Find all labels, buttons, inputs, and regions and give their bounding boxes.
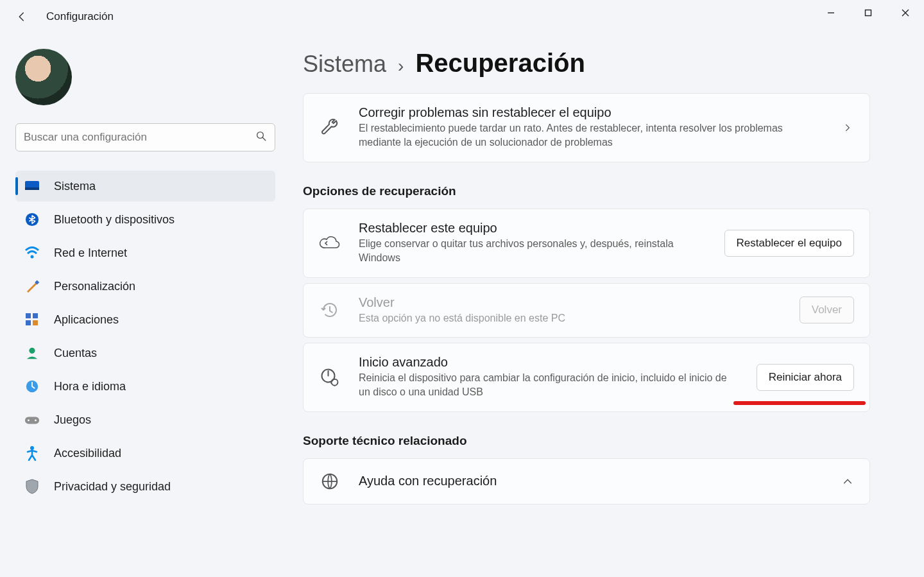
chevron-up-icon [841, 475, 854, 488]
chevron-right-icon: › [398, 56, 404, 76]
svg-point-13 [29, 348, 35, 354]
nav-label: Aplicaciones [54, 313, 119, 327]
nav-label: Bluetooth y dispositivos [54, 213, 175, 227]
reset-pc-button[interactable]: Restablecer el equipo [724, 230, 854, 257]
card-title: Restablecer este equipo [359, 221, 706, 236]
svg-line-3 [262, 137, 266, 141]
page-title: Recuperación [415, 49, 585, 78]
svg-rect-11 [26, 320, 31, 325]
svg-rect-10 [33, 313, 38, 318]
section-related-support: Soporte técnico relacionado [303, 434, 870, 448]
wrench-icon [319, 117, 341, 139]
svg-point-16 [28, 420, 30, 422]
svg-rect-5 [25, 187, 39, 190]
card-title: Corregir problemas sin restablecer el eq… [359, 105, 823, 120]
card-desc: El restablecimiento puede tardar un rato… [359, 121, 823, 150]
nav-item-bluetooth[interactable]: Bluetooth y dispositivos [15, 204, 275, 235]
clock-globe-icon [24, 379, 40, 394]
user-avatar[interactable] [15, 49, 72, 105]
search-box[interactable] [15, 123, 275, 151]
nav-label: Juegos [54, 413, 91, 427]
power-gear-icon [319, 366, 341, 388]
go-back-button: Volver [800, 297, 854, 323]
card-go-back: Volver Esta opción ya no está disponible… [303, 283, 870, 338]
card-troubleshoot[interactable]: Corregir problemas sin restablecer el eq… [303, 93, 870, 162]
svg-point-17 [35, 420, 37, 422]
svg-point-7 [31, 255, 34, 259]
card-reset-pc: Restablecer este equipo Elige conservar … [303, 209, 870, 278]
history-icon [319, 299, 341, 321]
nav-label: Privacidad y seguridad [54, 480, 171, 494]
nav-item-time-language[interactable]: Hora e idioma [15, 371, 275, 402]
nav-label: Hora e idioma [54, 380, 126, 393]
search-input[interactable] [24, 131, 255, 144]
nav-label: Personalización [54, 280, 135, 293]
wifi-icon [24, 245, 40, 261]
nav-label: Accesibilidad [54, 447, 121, 460]
person-icon [24, 345, 40, 361]
brush-icon [24, 279, 40, 294]
back-button[interactable] [15, 10, 28, 23]
nav-list: Sistema Bluetooth y dispositivos Red e I… [15, 171, 275, 502]
main-content: Sistema › Recuperación Corregir problema… [282, 33, 924, 577]
breadcrumb-parent[interactable]: Sistema [303, 51, 386, 78]
nav-label: Cuentas [54, 347, 97, 360]
card-desc: Esta opción ya no está disponible en est… [359, 311, 782, 325]
card-help-recovery[interactable]: Ayuda con recuperación [303, 458, 870, 504]
card-advanced-startup: Inicio avanzado Reinicia el dispositivo … [303, 343, 870, 412]
nav-item-apps[interactable]: Aplicaciones [15, 304, 275, 335]
window-controls [812, 0, 924, 26]
svg-rect-15 [25, 417, 39, 424]
card-desc: Elige conservar o quitar tus archivos pe… [359, 237, 706, 266]
shield-icon [24, 479, 40, 494]
restart-now-button[interactable]: Reiniciar ahora [757, 364, 854, 391]
highlight-annotation [733, 401, 866, 405]
app-title: Configuración [46, 10, 114, 23]
svg-rect-9 [26, 313, 31, 318]
svg-rect-1 [866, 10, 871, 16]
svg-point-20 [332, 379, 338, 385]
maximize-button[interactable] [850, 0, 887, 26]
gamepad-icon [24, 412, 40, 427]
svg-rect-12 [33, 320, 38, 325]
nav-item-gaming[interactable]: Juegos [15, 404, 275, 435]
sidebar: Sistema Bluetooth y dispositivos Red e I… [0, 33, 282, 577]
card-title: Ayuda con recuperación [359, 474, 823, 488]
nav-item-sistema[interactable]: Sistema [15, 171, 275, 202]
nav-item-accounts[interactable]: Cuentas [15, 338, 275, 368]
accessibility-icon [24, 445, 40, 461]
nav-label: Sistema [54, 180, 96, 193]
search-icon [255, 130, 267, 144]
card-desc: Reinicia el dispositivo para cambiar la … [359, 371, 739, 400]
reset-cloud-icon [319, 232, 341, 254]
card-title: Volver [359, 295, 782, 310]
section-recovery-options: Opciones de recuperación [303, 184, 870, 198]
globe-icon [319, 470, 341, 492]
minimize-button[interactable] [812, 0, 850, 26]
nav-item-personalization[interactable]: Personalización [15, 271, 275, 302]
display-icon [24, 178, 40, 194]
apps-icon [24, 312, 40, 327]
chevron-right-icon [841, 121, 854, 134]
titlebar: Configuración [0, 0, 924, 33]
breadcrumb: Sistema › Recuperación [303, 49, 898, 78]
card-title: Inicio avanzado [359, 355, 739, 370]
close-button[interactable] [887, 0, 924, 26]
nav-item-privacy[interactable]: Privacidad y seguridad [15, 471, 275, 502]
nav-item-accessibility[interactable]: Accesibilidad [15, 438, 275, 469]
bluetooth-icon [24, 212, 40, 227]
nav-item-network[interactable]: Red e Internet [15, 237, 275, 268]
nav-label: Red e Internet [54, 246, 127, 260]
